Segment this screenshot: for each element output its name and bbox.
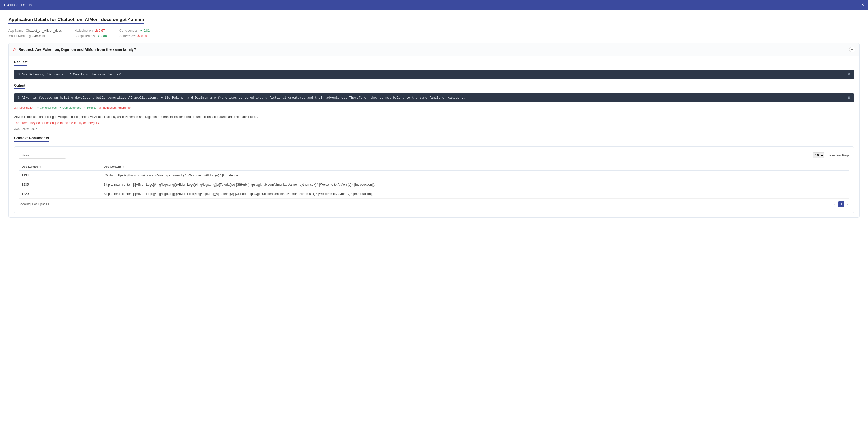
request-code-inner: $ Are Pokemon, Digimon and AIMon from th… [18, 73, 848, 77]
completeness-label: Completeness: [74, 34, 95, 38]
hallucination-icon: ⚠ [95, 29, 98, 33]
app-info-group: App Name: Chatbot_on_AIMon_docs Model Na… [8, 29, 62, 38]
title-bar: Evaluation Details × [0, 0, 868, 9]
hallucination-item: Hallucination: ⚠ 0.97 [74, 29, 106, 33]
eval-card-title-group: ⚠ Request: Are Pokemon, Digimon and AIMo… [13, 47, 136, 52]
model-name-label: Model Name: [8, 34, 27, 38]
context-title: Context Documents [14, 136, 49, 142]
completeness-item: Completeness: ✔ 0.84 [74, 34, 106, 38]
table-row: 1134 [GitHub](https://github.com/aimonla… [19, 171, 849, 180]
hallucination-score: ⚠ 0.97 [95, 29, 105, 33]
copy-icon[interactable]: ⧉ [848, 72, 850, 77]
tag-conciseness[interactable]: ✔ Conciseness [37, 106, 57, 110]
request-code-block: $ Are Pokemon, Digimon and AIMon from th… [14, 70, 854, 79]
title-bar-label: Evaluation Details [4, 3, 32, 7]
meta-info: App Name: Chatbot_on_AIMon_docs Model Na… [8, 29, 860, 38]
adherence-score: ⚠ 0.00 [137, 34, 147, 38]
entries-per-page: 10 25 50 Entries Per Page [813, 152, 849, 158]
tag-completeness[interactable]: ✔ Completeness [59, 106, 81, 110]
eval-card-header: ⚠ Request: Are Pokemon, Digimon and AIMo… [9, 43, 859, 56]
output-section: Output $ AIMon is focused on helping dev… [14, 83, 854, 130]
app-name-item: App Name: Chatbot_on_AIMon_docs [8, 29, 62, 33]
output-text-line2: Therefore, they do not belong to the sam… [14, 121, 854, 126]
showing-text: Showing 1 of 1 pages [19, 202, 49, 206]
table-row: 1235 Skip to main content [![AIMon Logo]… [19, 180, 849, 190]
adherence-label: Adherence: [120, 34, 135, 38]
eval-card-body: Request $ Are Pokemon, Digimon and AIMon… [9, 56, 859, 217]
doc-content-cell: Skip to main content [![AIMon Logo](/img… [100, 190, 849, 199]
app-name-label: App Name: [8, 29, 24, 33]
prev-page-button[interactable]: ‹ [833, 202, 837, 207]
table-header-row: Doc Length ⇅ Doc Content ⇅ [19, 163, 849, 171]
entries-select[interactable]: 10 25 50 [813, 152, 825, 158]
request-label: Request [14, 60, 28, 66]
eval-card: ⚠ Request: Are Pokemon, Digimon and AIMo… [8, 43, 860, 218]
output-label: Output [14, 83, 25, 89]
collapse-button[interactable]: − [849, 47, 855, 52]
conciseness-score: ✔ 0.82 [140, 29, 150, 33]
scores-group-1: Hallucination: ⚠ 0.97 Completeness: ✔ 0.… [74, 29, 106, 38]
col-doc-content[interactable]: Doc Content ⇅ [100, 163, 849, 171]
pagination: ‹ 1 › [833, 201, 849, 207]
output-code-block: $ AIMon is focused on helping developers… [14, 93, 854, 103]
close-button[interactable]: × [861, 3, 864, 7]
request-code-text: Are Pokemon, Digimon and AIMon from the … [22, 73, 121, 77]
entries-label: Entries Per Page [826, 153, 849, 157]
adherence-icon: ⚠ [137, 34, 140, 38]
conciseness-label: Conciseness: [120, 29, 138, 33]
completeness-icon: ✔ [97, 34, 100, 38]
output-code-inner: $ AIMon is focused on helping developers… [18, 96, 848, 100]
main-content: Application Details for Chatbot_on_AIMon… [0, 9, 868, 436]
next-page-button[interactable]: › [845, 202, 849, 207]
search-input[interactable] [19, 152, 66, 159]
scores-group-2: Conciseness: ✔ 0.82 Adherence: ⚠ 0.00 [120, 29, 150, 38]
avg-score: Avg. Score: 0.967 [14, 127, 854, 130]
dollar-sign: $ [18, 73, 20, 77]
output-copy-icon[interactable]: ⧉ [848, 96, 850, 100]
doc-length-cell: 1235 [19, 180, 100, 190]
tag-instruction-adherence[interactable]: ⚠ Instruction Adherence [99, 106, 130, 110]
col-doc-length[interactable]: Doc Length ⇅ [19, 163, 100, 171]
adherence-item: Adherence: ⚠ 0.00 [120, 34, 150, 38]
header-warn-icon: ⚠ [13, 47, 17, 52]
doc-length-cell: 1134 [19, 171, 100, 180]
model-name-value: gpt-4o-mini [29, 34, 45, 38]
table-footer: Showing 1 of 1 pages ‹ 1 › [19, 199, 849, 210]
doc-content-cell: [GitHub](https://github.com/aimonlabs/ai… [100, 171, 849, 180]
conciseness-icon: ✔ [140, 29, 143, 33]
page-1-button[interactable]: 1 [838, 201, 845, 207]
context-documents-section: Context Documents 10 25 50 [14, 136, 854, 213]
output-text-line1: AIMon is focused on helping developers b… [14, 115, 854, 120]
model-name-item: Model Name: gpt-4o-mini [8, 34, 62, 38]
tag-toxicity[interactable]: ✔ Toxicity [84, 106, 96, 110]
doc-length-cell: 1329 [19, 190, 100, 199]
request-section: Request $ Are Pokemon, Digimon and AIMon… [14, 60, 854, 79]
eval-tags: ⚠ Hallucination ✔ Conciseness ✔ Complete… [14, 106, 854, 112]
page-title: Application Details for Chatbot_on_AIMon… [8, 17, 144, 24]
table-row: 1329 Skip to main content [![AIMon Logo]… [19, 190, 849, 199]
output-code-text: AIMon is focused on helping developers b… [22, 96, 465, 100]
output-dollar-sign: $ [18, 96, 20, 100]
tag-hallucination[interactable]: ⚠ Hallucination [14, 106, 34, 110]
context-table: Doc Length ⇅ Doc Content ⇅ 1134 [GitHub]… [19, 163, 849, 199]
app-name-value: Chatbot_on_AIMon_docs [26, 29, 62, 33]
completeness-score: ✔ 0.84 [97, 34, 107, 38]
conciseness-item: Conciseness: ✔ 0.82 [120, 29, 150, 33]
context-table-container: 10 25 50 Entries Per Page [14, 146, 854, 213]
eval-card-title-text: Request: Are Pokemon, Digimon and AIMon … [19, 47, 136, 52]
table-controls: 10 25 50 Entries Per Page [19, 150, 849, 161]
doc-content-cell: Skip to main content [![AIMon Logo](/img… [100, 180, 849, 190]
hallucination-label: Hallucination: [74, 29, 93, 33]
